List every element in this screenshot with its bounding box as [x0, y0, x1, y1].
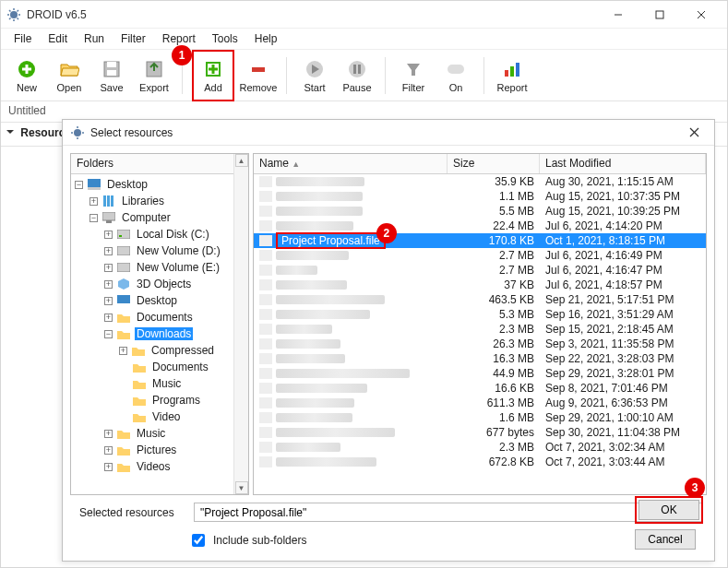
file-row[interactable]: 672.8 KBOct 7, 2021, 3:03:44 AM	[254, 455, 706, 469]
menu-help[interactable]: Help	[247, 30, 285, 47]
file-row[interactable]: 2.3 MBSep 15, 2021, 2:18:45 AM	[254, 322, 706, 337]
file-row[interactable]: 463.5 KBSep 21, 2021, 5:17:51 PM	[254, 292, 706, 307]
file-row[interactable]: 611.3 MBAug 9, 2021, 6:36:53 PM	[254, 396, 706, 410]
col-modified[interactable]: Last Modified	[540, 154, 706, 173]
pause-button[interactable]: Pause	[339, 53, 376, 99]
file-row[interactable]: 37 KBJul 6, 2021, 4:18:57 PM	[254, 278, 706, 292]
open-icon	[58, 58, 80, 80]
tree-scrollbar[interactable]: ▲ ▼	[233, 154, 248, 494]
close-button[interactable]	[680, 2, 722, 28]
menu-run[interactable]: Run	[77, 30, 112, 47]
file-row[interactable]: 5.5 MBAug 15, 2021, 10:39:25 PM	[254, 204, 706, 219]
include-subfolders-checkbox[interactable]	[192, 534, 205, 547]
folder-icon	[116, 460, 131, 473]
col-name[interactable]: Name ▲	[254, 154, 448, 173]
desktop-icon	[116, 294, 131, 307]
svg-rect-43	[111, 195, 113, 207]
file-row[interactable]: 16.3 MBSep 22, 2021, 3:28:03 PM	[254, 351, 706, 366]
tree-3d-objects[interactable]: +3D Objects	[71, 276, 233, 292]
folder-icon	[132, 410, 147, 423]
file-row[interactable]: 2.7 MBJul 6, 2021, 4:16:49 PM	[254, 248, 706, 263]
maximize-button[interactable]	[638, 2, 680, 28]
open-button[interactable]: Open	[51, 53, 88, 99]
tree-videos[interactable]: +Videos	[71, 458, 233, 475]
folder-tree[interactable]: −Desktop +Libraries −Computer +Local Dis…	[71, 174, 233, 494]
toggle-icon	[445, 58, 467, 80]
add-button[interactable]: Add	[195, 53, 232, 99]
svg-rect-30	[510, 66, 514, 77]
export-icon	[143, 58, 165, 80]
menu-edit[interactable]: Edit	[41, 30, 75, 47]
file-row[interactable]: 22.4 MBJul 6, 2021, 4:14:20 PM	[254, 219, 706, 233]
tree-desktop[interactable]: −Desktop	[71, 176, 233, 193]
folder-icon	[132, 377, 147, 390]
svg-rect-18	[107, 70, 116, 76]
tool-bar: New Open Save Export Add 1 Remove	[1, 49, 727, 101]
tree-local-c[interactable]: +Local Disk (C:)	[71, 226, 233, 243]
filter-button[interactable]: Filter	[395, 53, 432, 99]
file-row[interactable]: 35.9 KBAug 30, 2021, 1:15:15 AM	[254, 174, 706, 189]
cancel-button[interactable]: Cancel	[635, 529, 696, 550]
new-icon	[16, 58, 38, 80]
file-row[interactable]: 677 bytesSep 30, 2021, 11:04:38 PM	[254, 425, 706, 440]
dialog-title: Select resources	[90, 126, 681, 139]
minimize-button[interactable]	[597, 2, 638, 28]
ok-button[interactable]: OK	[638, 500, 699, 520]
dialog-close-button[interactable]	[681, 120, 707, 146]
new-button[interactable]: New	[8, 53, 45, 99]
file-row[interactable]: 16.6 KBSep 8, 2021, 7:01:46 PM	[254, 381, 706, 396]
start-button[interactable]: Start	[296, 53, 333, 99]
tree-programs[interactable]: Programs	[71, 392, 233, 408]
menu-filter[interactable]: Filter	[113, 30, 153, 47]
tree-libraries[interactable]: +Libraries	[71, 193, 233, 209]
tree-downloads[interactable]: −Downloads	[71, 325, 233, 342]
file-row[interactable]: 1.1 MBAug 15, 2021, 10:37:35 PM	[254, 189, 706, 204]
tree-computer[interactable]: −Computer	[71, 209, 233, 226]
file-row[interactable]: 2.3 MBOct 7, 2021, 3:02:34 AM	[254, 440, 706, 455]
col-size[interactable]: Size	[448, 154, 540, 173]
tree-documents[interactable]: +Documents	[71, 309, 233, 325]
folder-icon	[116, 327, 131, 340]
file-list[interactable]: 35.9 KBAug 30, 2021, 1:15:15 AM1.1 MBAug…	[254, 174, 706, 494]
svg-rect-40	[88, 187, 101, 190]
library-icon	[101, 195, 116, 207]
file-row[interactable]: 2.7 MBJul 6, 2021, 4:16:47 PM	[254, 263, 706, 278]
report-button[interactable]: Report	[494, 53, 531, 99]
tree-video[interactable]: Video	[71, 408, 233, 425]
export-button[interactable]: Export	[136, 53, 173, 99]
menu-tools[interactable]: Tools	[205, 30, 245, 47]
svg-rect-41	[103, 195, 106, 207]
selected-resources-input[interactable]	[194, 503, 703, 522]
file-row[interactable]: 26.3 MBSep 3, 2021, 11:35:58 PM	[254, 337, 706, 351]
folder-icon	[132, 361, 147, 373]
menu-bar: File Edit Run Filter Report Tools Help	[1, 29, 727, 49]
svg-line-6	[18, 18, 19, 19]
pause-icon	[346, 58, 368, 80]
cube-icon	[116, 278, 131, 290]
callout-3: 3	[685, 478, 705, 498]
tree-documents2[interactable]: Documents	[71, 359, 233, 375]
tree-desktop2[interactable]: +Desktop	[71, 292, 233, 309]
file-row[interactable]: 1.6 MBSep 29, 2021, 1:00:10 AM	[254, 410, 706, 425]
svg-rect-29	[505, 70, 508, 77]
svg-line-8	[18, 10, 19, 12]
tree-new-e[interactable]: +New Volume (E:)	[71, 259, 233, 276]
tree-new-d[interactable]: +New Volume (D:)	[71, 243, 233, 259]
save-button[interactable]: Save	[93, 53, 130, 99]
tab-untitled[interactable]: Untitled	[8, 104, 46, 117]
tree-music2[interactable]: Music	[71, 375, 233, 392]
svg-rect-26	[353, 65, 356, 74]
file-row[interactable]: 44.9 MBSep 29, 2021, 3:28:01 PM	[254, 366, 706, 381]
tree-music[interactable]: +Music	[71, 425, 233, 442]
filter-on-button[interactable]: On	[437, 53, 474, 99]
file-row[interactable]: Project Proposal.file2170.8 KBOct 1, 202…	[254, 233, 706, 248]
remove-button[interactable]: Remove	[240, 53, 277, 99]
folders-pane: Folders −Desktop +Libraries −Computer +L…	[70, 153, 249, 495]
include-subfolders-label: Include sub-folders	[213, 534, 306, 547]
desktop-icon	[87, 178, 101, 191]
save-icon	[101, 58, 123, 80]
menu-file[interactable]: File	[6, 30, 39, 47]
tree-pictures[interactable]: +Pictures	[71, 442, 233, 458]
file-row[interactable]: 5.3 MBSep 16, 2021, 3:51:29 AM	[254, 307, 706, 322]
tree-compressed[interactable]: +Compressed	[71, 342, 233, 359]
